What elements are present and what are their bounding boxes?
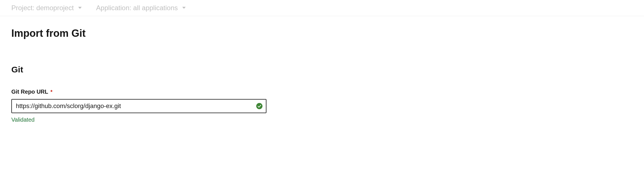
validation-message: Validated (11, 117, 278, 123)
main-content: Import from Git Git Git Repo URL * Valid… (0, 16, 644, 123)
svg-point-0 (256, 103, 262, 109)
project-selector-label: Project: demoproject (11, 4, 74, 12)
git-repo-url-input[interactable] (11, 99, 266, 113)
application-selector-label: Application: all applications (96, 4, 178, 12)
section-title-git: Git (11, 65, 633, 74)
chevron-down-icon (78, 7, 82, 9)
page-title: Import from Git (11, 27, 633, 39)
git-repo-url-input-wrapper (11, 99, 266, 113)
check-circle-icon (256, 103, 262, 109)
top-bar: Project: demoproject Application: all ap… (0, 0, 644, 16)
application-selector[interactable]: Application: all applications (96, 4, 186, 12)
chevron-down-icon (182, 7, 186, 9)
required-asterisk: * (50, 89, 52, 95)
field-label-row: Git Repo URL * (11, 89, 278, 95)
project-selector[interactable]: Project: demoproject (11, 4, 82, 12)
git-repo-url-label: Git Repo URL (11, 89, 48, 95)
git-url-form-group: Git Repo URL * Validated (11, 89, 278, 123)
